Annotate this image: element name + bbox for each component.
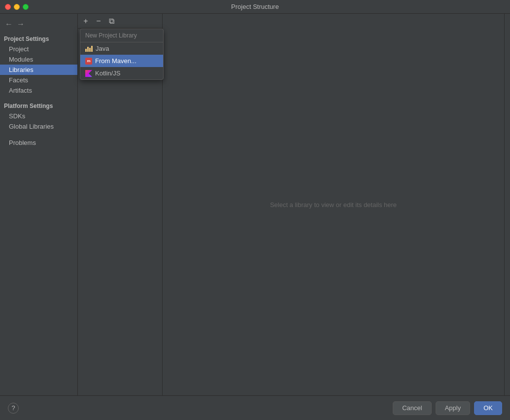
traffic-lights (5, 4, 29, 10)
add-library-button[interactable]: + (80, 15, 92, 27)
window-title: Project Structure (231, 3, 279, 10)
new-library-dropdown: New Project Library Java m From Maven... (80, 29, 164, 80)
libraries-list: Nothing to show (78, 29, 162, 395)
sidebar-item-libraries[interactable]: Libraries (0, 65, 77, 75)
remove-library-button[interactable]: − (93, 15, 104, 27)
sidebar-divider (0, 96, 77, 100)
sidebar-item-global-libraries[interactable]: Global Libraries (0, 121, 77, 132)
sidebar-item-artifacts[interactable]: Artifacts (0, 85, 77, 96)
svg-marker-0 (85, 70, 92, 77)
detail-area: Select a library to view or edit its det… (163, 14, 504, 395)
platform-settings-header: Platform Settings (0, 100, 77, 111)
sidebar-item-facets[interactable]: Facets (0, 75, 77, 85)
cancel-button[interactable]: Cancel (393, 401, 431, 415)
minimize-button[interactable] (14, 4, 20, 10)
sidebar-problems: Problems (0, 138, 77, 148)
project-settings-header: Project Settings (0, 33, 77, 44)
kotlin-icon (85, 70, 92, 77)
nav-buttons: ← → (0, 18, 77, 33)
bottom-left: ? (8, 403, 19, 414)
bottom-right: Cancel Apply OK (393, 401, 502, 415)
apply-button[interactable]: Apply (436, 401, 471, 415)
back-button[interactable]: ← (4, 20, 14, 29)
forward-button[interactable]: → (16, 20, 26, 29)
sidebar: ← → Project Settings Project Modules Lib… (0, 14, 78, 395)
detail-hint: Select a library to view or edit its det… (270, 201, 397, 209)
libraries-toolbar: + − ⧉ (78, 14, 162, 29)
sidebar-item-modules[interactable]: Modules (0, 54, 77, 65)
java-icon (85, 46, 93, 52)
maven-icon: m (85, 58, 92, 65)
title-bar: Project Structure (0, 0, 510, 14)
dropdown-item-kotlin-js[interactable]: Kotlin/JS (80, 67, 163, 79)
close-button[interactable] (5, 4, 11, 10)
dropdown-item-from-maven[interactable]: m From Maven... (80, 55, 163, 67)
help-button[interactable]: ? (8, 403, 19, 414)
sidebar-item-project[interactable]: Project (0, 44, 77, 54)
main-layout: ← → Project Settings Project Modules Lib… (0, 14, 510, 395)
copy-library-button[interactable]: ⧉ (105, 15, 117, 27)
right-edge-scrollbar (504, 14, 510, 395)
sidebar-item-problems[interactable]: Problems (0, 138, 77, 148)
ok-button[interactable]: OK (474, 401, 502, 415)
sidebar-item-sdks[interactable]: SDKs (0, 111, 77, 121)
dropdown-header: New Project Library (80, 29, 163, 42)
maximize-button[interactable] (23, 4, 29, 10)
bottom-bar: ? Cancel Apply OK (0, 395, 510, 420)
dropdown-item-java[interactable]: Java (80, 42, 163, 55)
